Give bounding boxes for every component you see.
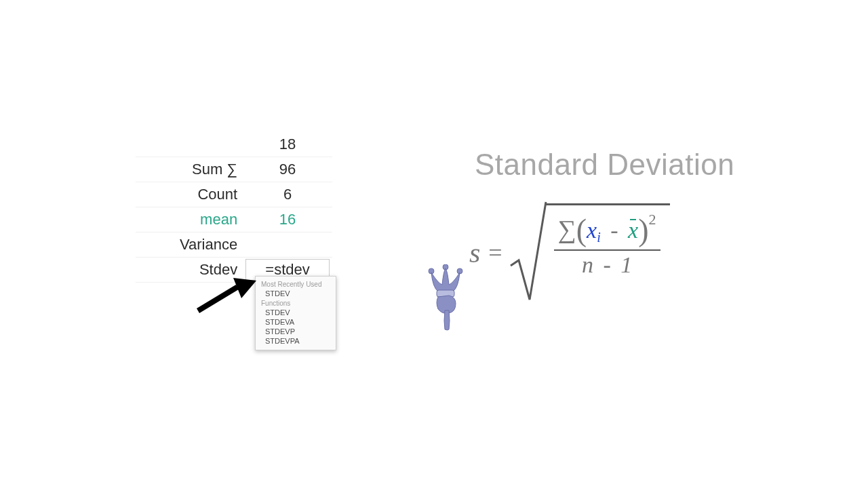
function-suggestion-dropdown[interactable]: Most Recently Used STDEV Functions STDEV…: [255, 276, 336, 350]
formula-s: s: [469, 237, 488, 269]
formula-rparen: ): [638, 213, 648, 247]
suggestion-header-functions: Functions: [256, 298, 336, 308]
formula-i: i: [597, 230, 601, 245]
cell-value[interactable]: 18: [243, 132, 332, 157]
formula-eq: =: [488, 239, 509, 267]
suggestion-header-recent: Most Recently Used: [256, 279, 336, 289]
formula-xbar: x: [628, 218, 638, 243]
suggestion-item[interactable]: STDEVP: [256, 327, 336, 336]
suggestion-item[interactable]: STDEVPA: [256, 336, 336, 346]
cell-label-count: Count: [136, 182, 243, 207]
formula-minus2: -: [599, 252, 614, 277]
cell-label-variance: Variance: [136, 232, 243, 258]
formula-minus: -: [606, 218, 622, 243]
svg-marker-0: [197, 285, 239, 313]
jester-hand-icon: [422, 264, 469, 335]
formula-title: Standard Deviation: [475, 148, 734, 182]
arrow-icon: [197, 278, 261, 328]
stdev-formula: s = ∑(xi - x)2 n - 1: [469, 203, 670, 302]
suggestion-item[interactable]: STDEV: [256, 289, 336, 298]
formula-one: 1: [620, 252, 632, 277]
formula-sigma: ∑: [558, 215, 576, 243]
spreadsheet-table: 18 Sum ∑ 96 Count 6 mean 16 Variance Std…: [136, 132, 332, 406]
cell-value-mean[interactable]: 16: [243, 207, 332, 232]
formula-lparen: (: [576, 213, 587, 247]
cell-value-count[interactable]: 6: [243, 182, 332, 207]
suggestion-item[interactable]: STDEV: [256, 308, 336, 317]
cell-value-sum[interactable]: 96: [243, 157, 332, 182]
suggestion-item[interactable]: STDEVA: [256, 317, 336, 327]
formula-n: n: [582, 252, 593, 277]
cell-label: [136, 132, 243, 157]
formula-sq: 2: [649, 211, 656, 228]
cell-value-variance[interactable]: [243, 232, 332, 258]
formula-x: x: [587, 218, 597, 243]
radical-icon: [509, 201, 547, 302]
cell-label-sum: Sum ∑: [136, 157, 243, 182]
cell-label-mean: mean: [136, 207, 243, 232]
